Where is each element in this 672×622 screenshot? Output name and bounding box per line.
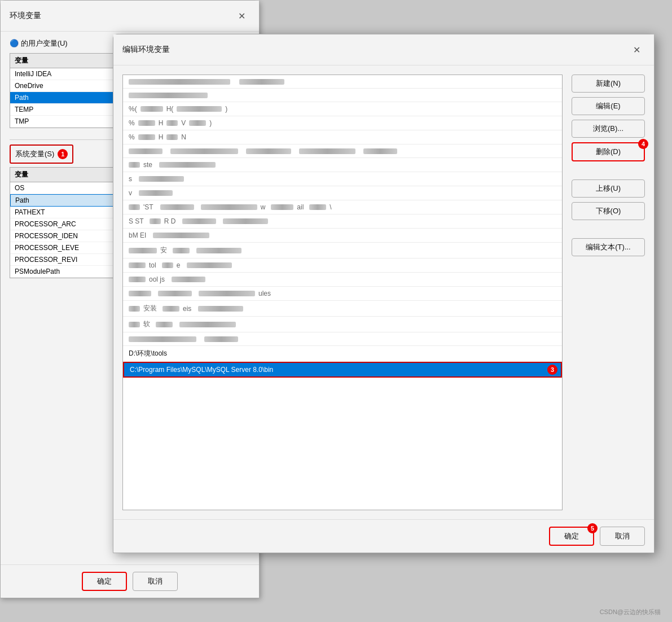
path-item[interactable]: ste bbox=[123, 158, 562, 172]
selected-path-item[interactable]: C:\Program Files\MySQL\MySQL Server 8.0\… bbox=[123, 362, 562, 378]
path-item[interactable]: %( H( ) bbox=[123, 102, 562, 116]
path-item[interactable]: tol e bbox=[123, 259, 562, 273]
blur-text bbox=[309, 204, 326, 210]
blur-text bbox=[172, 277, 205, 282]
path-item[interactable]: S ST R D bbox=[123, 214, 562, 229]
edit-body: %( H( ) % H V ) % H N bbox=[113, 65, 654, 519]
blur-text bbox=[177, 106, 222, 112]
path-item[interactable] bbox=[123, 144, 562, 158]
blur-text bbox=[139, 176, 184, 182]
delete-button[interactable]: 删除(D) 4 bbox=[572, 142, 645, 161]
blur-text bbox=[162, 262, 173, 268]
path-item[interactable]: bM EI bbox=[123, 229, 562, 243]
blur-text bbox=[129, 204, 140, 210]
blur-text bbox=[196, 248, 241, 253]
edit-action-buttons: 新建(N) 编辑(E) 浏览(B)... 删除(D) 4 上移(U) 下移(O)… bbox=[572, 75, 645, 510]
path-item[interactable]: D:\环境\tools bbox=[123, 346, 562, 362]
blur-text bbox=[129, 277, 146, 282]
user-icon: 🔵 bbox=[10, 39, 19, 47]
blur-text bbox=[138, 120, 155, 126]
blur-text bbox=[204, 336, 238, 342]
sys-vars-title: 系统变量(S) 1 bbox=[15, 149, 68, 159]
path-item[interactable] bbox=[123, 89, 562, 102]
ok-badge: 5 bbox=[587, 523, 598, 533]
selected-path-text: C:\Program Files\MySQL\MySQL Server 8.0\… bbox=[130, 366, 273, 374]
path-item[interactable] bbox=[123, 75, 562, 89]
edit-text-button[interactable]: 编辑文本(T)... bbox=[572, 238, 645, 256]
spacer bbox=[572, 166, 645, 175]
edit-ok-button[interactable]: 确定 5 bbox=[549, 527, 594, 546]
delete-badge: 4 bbox=[638, 139, 648, 149]
watermark: CSDN@云边的快乐猫 bbox=[600, 608, 661, 616]
env-window-title: 环境变量 bbox=[10, 11, 41, 21]
blur-text bbox=[156, 322, 173, 327]
env-cancel-button[interactable]: 取消 bbox=[133, 572, 178, 591]
path-item[interactable]: 安 bbox=[123, 243, 562, 259]
blur-text bbox=[199, 291, 255, 296]
path-item[interactable]: 软 bbox=[123, 317, 562, 332]
blur-text bbox=[150, 218, 161, 224]
env-ok-button[interactable]: 确定 bbox=[82, 572, 127, 591]
edit-close-button[interactable]: ✕ bbox=[628, 41, 645, 58]
sys-vars-badge-container: 系统变量(S) 1 bbox=[10, 144, 73, 164]
blur-text bbox=[158, 291, 192, 296]
blur-text bbox=[129, 79, 230, 85]
blur-text bbox=[129, 336, 196, 342]
edit-button[interactable]: 编辑(E) bbox=[572, 97, 645, 115]
blur-text bbox=[153, 233, 209, 238]
blur-text bbox=[246, 148, 291, 154]
edit-dialog-footer: 确定 5 取消 bbox=[113, 519, 654, 553]
move-up-button[interactable]: 上移(U) bbox=[572, 179, 645, 198]
spacer bbox=[572, 225, 645, 234]
blur-text bbox=[160, 204, 194, 210]
blur-text bbox=[173, 248, 190, 253]
blur-text bbox=[162, 306, 179, 312]
blur-text bbox=[129, 93, 208, 98]
blur-text bbox=[140, 106, 163, 112]
blur-text bbox=[129, 262, 146, 268]
blur-text bbox=[239, 79, 284, 85]
blur-text bbox=[166, 134, 178, 140]
blur-text bbox=[129, 306, 140, 312]
blur-text bbox=[223, 218, 268, 224]
blur-text bbox=[179, 322, 236, 327]
path-item[interactable]: % H V ) bbox=[123, 116, 562, 130]
edit-dialog: 编辑环境变量 ✕ %( H( ) % H bbox=[113, 34, 655, 553]
blur-text bbox=[129, 248, 157, 253]
blur-text bbox=[170, 148, 238, 154]
blur-text bbox=[182, 218, 216, 224]
path-item[interactable]: ool js bbox=[123, 273, 562, 287]
path-item[interactable] bbox=[123, 332, 562, 346]
path-list[interactable]: %( H( ) % H V ) % H N bbox=[122, 75, 563, 510]
path-item[interactable]: s bbox=[123, 172, 562, 186]
blur-text bbox=[271, 204, 293, 210]
move-down-button[interactable]: 下移(O) bbox=[572, 202, 645, 220]
env-title-bar: 环境变量 ✕ bbox=[1, 1, 259, 32]
new-button[interactable]: 新建(N) bbox=[572, 75, 645, 93]
blur-text bbox=[189, 120, 206, 126]
path-item[interactable]: v bbox=[123, 186, 562, 200]
blur-text bbox=[166, 120, 178, 126]
blur-text bbox=[159, 162, 216, 168]
path-item[interactable]: % H N bbox=[123, 130, 562, 144]
blur-text bbox=[187, 262, 232, 268]
blur-text bbox=[129, 162, 140, 168]
path-item[interactable]: 'ST w ail \ bbox=[123, 200, 562, 214]
blur-text bbox=[129, 148, 162, 154]
blur-text bbox=[201, 204, 257, 210]
blur-text bbox=[129, 291, 151, 296]
browse-button[interactable]: 浏览(B)... bbox=[572, 120, 645, 138]
edit-cancel-button[interactable]: 取消 bbox=[600, 527, 645, 546]
edit-dialog-title: 编辑环境变量 bbox=[122, 45, 170, 55]
env-close-button[interactable]: ✕ bbox=[233, 7, 250, 24]
blur-text bbox=[363, 148, 397, 154]
path-item[interactable]: 安装 eis bbox=[123, 301, 562, 317]
path-item[interactable]: ules bbox=[123, 287, 562, 301]
edit-dialog-title-bar: 编辑环境变量 ✕ bbox=[113, 34, 654, 65]
path-text: D:\环境\tools bbox=[129, 349, 167, 358]
blur-text bbox=[299, 148, 355, 154]
blur-text bbox=[129, 322, 140, 327]
sys-badge: 1 bbox=[58, 149, 68, 159]
blur-text bbox=[138, 134, 155, 140]
env-bottom-bar: 确定 取消 bbox=[1, 564, 259, 598]
